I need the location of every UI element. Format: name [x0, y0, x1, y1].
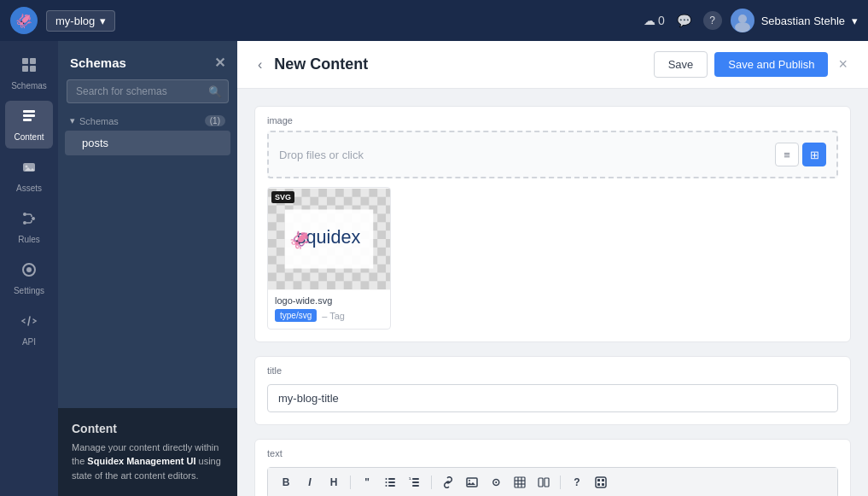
svg-rect-40 [545, 478, 549, 487]
toolbar-sep-2 [431, 476, 432, 489]
notifications-icon[interactable]: 💬 [677, 14, 691, 27]
schema-panel-close-btn[interactable]: ✕ [214, 55, 225, 71]
toolbar-sep-1 [350, 476, 351, 489]
view-toggle: ≡ ⊞ [775, 143, 826, 166]
table-btn[interactable] [510, 473, 529, 492]
left-sidebar: Schemas Content Assets Rules Settings [0, 41, 58, 496]
checker-background: squidex 🦑 SVG [268, 188, 390, 290]
assets-label: Assets [16, 184, 42, 193]
save-button[interactable]: Save [654, 51, 708, 78]
content-body: image Drop files or click ≡ ⊞ [237, 89, 868, 496]
svg-rect-7 [23, 114, 35, 117]
image-tags: type/svg – Tag [268, 307, 390, 329]
settings-label: Settings [14, 286, 44, 295]
top-nav: 🦑 my-blog ▾ ☁ 0 💬 ? Sebastian Stehle ▾ [0, 0, 868, 41]
rules-label: Rules [18, 235, 40, 244]
sidebar-item-settings[interactable]: Settings [5, 254, 53, 302]
special-btn[interactable] [591, 473, 610, 492]
blog-selector[interactable]: my-blog ▾ [46, 10, 115, 32]
svg-rect-34 [515, 477, 525, 487]
section-chevron-icon: ▾ [70, 115, 75, 126]
svg-point-27 [386, 485, 387, 487]
close-button[interactable]: × [835, 52, 851, 77]
drop-text: Drop files or click [279, 149, 364, 161]
user-menu[interactable]: Sebastian Stehle ▾ [731, 9, 858, 32]
svg-rect-8 [23, 119, 32, 121]
ordered-list-btn[interactable]: 1. [405, 473, 424, 492]
nav-icons: ☁ 0 💬 ? [644, 11, 722, 30]
upload-icon[interactable]: ☁ 0 [644, 14, 665, 27]
svg-point-13 [23, 221, 26, 225]
svg-point-26 [386, 481, 387, 483]
dropdown-icon: ▾ [100, 15, 106, 27]
svg-badge: SVG [271, 191, 294, 203]
schema-tooltip: Content Manage your content directly wit… [58, 408, 237, 497]
svg-rect-30 [412, 485, 419, 487]
svg-text:1.: 1. [409, 476, 411, 481]
sidebar-item-api[interactable]: API [5, 306, 53, 353]
user-name: Sebastian Stehle [761, 15, 845, 27]
assets-icon [20, 159, 38, 180]
link-btn[interactable] [439, 473, 457, 492]
svg-point-25 [386, 478, 387, 480]
svg-rect-4 [22, 66, 28, 72]
schema-item-posts[interactable]: posts [65, 131, 230, 155]
sidebar-item-content[interactable]: Content [5, 101, 53, 149]
image-field-label: image [255, 107, 850, 131]
content-header-left: ‹ New Content [254, 54, 368, 76]
tooltip-description: Manage your content directly within the … [72, 441, 224, 483]
help-icon[interactable]: ? [703, 11, 722, 30]
schema-search: 🔍 [67, 79, 229, 103]
svg-point-12 [32, 217, 35, 220]
svg-point-33 [469, 480, 470, 481]
api-label: API [22, 337, 36, 347]
type-tag: type/svg [275, 309, 317, 322]
text-field-label: text [255, 440, 850, 464]
text-field-section: text B I H " 1. [254, 439, 851, 496]
image-preview: squidex 🦑 SVG logo-wide.svg type/svg – T… [267, 187, 391, 330]
back-button[interactable]: ‹ [254, 54, 265, 76]
grid-view-btn[interactable]: ⊞ [802, 143, 826, 166]
image-field-section: image Drop files or click ≡ ⊞ [254, 106, 851, 342]
editor-toolbar: B I H " 1. [268, 468, 837, 496]
image-btn[interactable] [463, 473, 481, 492]
title-input[interactable] [267, 384, 838, 412]
quote-btn[interactable]: " [358, 473, 376, 492]
svg-rect-44 [597, 483, 600, 486]
toolbar-sep-3 [560, 476, 561, 489]
heading-btn[interactable]: H [324, 473, 343, 492]
schema-search-input[interactable] [67, 79, 229, 103]
api-icon [20, 312, 38, 334]
page-title: New Content [274, 55, 368, 73]
svg-rect-24 [388, 485, 395, 487]
svg-text:🦑: 🦑 [289, 230, 311, 250]
list-view-btn[interactable]: ≡ [775, 143, 799, 166]
code-btn[interactable]: ⊙ [486, 473, 505, 492]
app-logo: 🦑 [10, 7, 38, 34]
italic-btn[interactable]: I [300, 473, 319, 492]
schema-panel-header: Schemas ✕ [58, 41, 237, 79]
image-field-content: Drop files or click ≡ ⊞ [255, 131, 850, 341]
columns-btn[interactable] [534, 473, 553, 492]
tag-placeholder: – Tag [322, 311, 345, 321]
svg-rect-29 [412, 481, 419, 483]
content-icon [20, 108, 38, 129]
section-count: (1) [205, 115, 225, 126]
content-header: ‹ New Content Save Save and Publish × [237, 41, 868, 89]
svg-rect-28 [412, 478, 419, 480]
svg-rect-41 [596, 477, 606, 487]
sidebar-item-schemas[interactable]: Schemas [5, 50, 53, 97]
help-btn[interactable]: ? [568, 473, 586, 492]
svg-rect-45 [602, 483, 604, 486]
text-field-content: B I H " 1. [255, 467, 850, 496]
unordered-list-btn[interactable] [382, 473, 400, 492]
bold-btn[interactable]: B [277, 473, 295, 492]
save-and-publish-button[interactable]: Save and Publish [714, 52, 828, 77]
sidebar-item-rules[interactable]: Rules [5, 203, 53, 251]
svg-point-10 [26, 166, 28, 168]
svg-rect-43 [602, 479, 604, 481]
sidebar-item-assets[interactable]: Assets [5, 152, 53, 200]
svg-rect-42 [597, 479, 600, 481]
search-icon[interactable]: 🔍 [208, 85, 222, 98]
image-drop-zone[interactable]: Drop files or click ≡ ⊞ [267, 131, 838, 178]
